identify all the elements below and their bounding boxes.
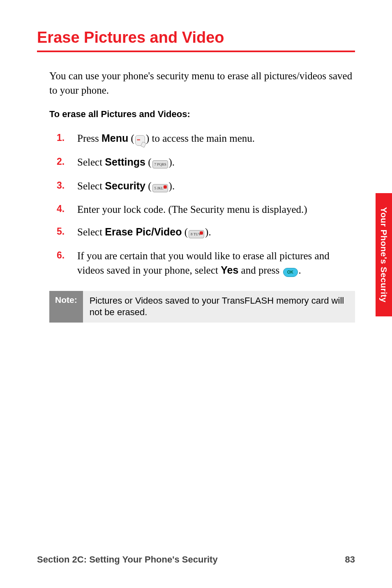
step-2-pre: Select — [77, 157, 105, 168]
step-3-pre: Select — [77, 180, 105, 191]
key-5-icon: 5 JKL — [152, 180, 168, 194]
footer-page-number: 83 — [345, 554, 355, 565]
step-1-bold: Menu — [101, 132, 128, 144]
step-2-close: ). — [169, 157, 175, 168]
step-6-bold: Yes — [221, 264, 238, 276]
step-2-open: ( — [145, 157, 152, 168]
note-box: Note: Pictures or Videos saved to your T… — [49, 291, 355, 323]
note-label: Note: — [49, 291, 83, 323]
step-6-end: . — [299, 265, 301, 276]
step-1-close: ) to access the main menu. — [146, 133, 255, 144]
step-6-mid: and press — [238, 265, 282, 276]
page-footer: Section 2C: Setting Your Phone's Securit… — [37, 554, 355, 565]
step-3-open: ( — [145, 180, 152, 191]
step-5-bold: Erase Pic/Video — [105, 226, 182, 238]
step-1-open: ( — [128, 133, 134, 144]
title-underline — [37, 51, 355, 52]
step-1-pre: Press — [77, 133, 101, 144]
step-3: Select Security (5 JKL). — [57, 179, 355, 194]
page-title: Erase Pictures and Video — [37, 29, 355, 46]
steps-list: Press Menu () to access the main menu. S… — [57, 131, 355, 279]
key-7-icon: 7 PQRS — [152, 156, 168, 171]
step-3-close: ). — [169, 180, 175, 191]
step-1: Press Menu () to access the main menu. — [57, 131, 355, 147]
menu-key-icon — [135, 132, 145, 147]
side-tab-label: Your Phone's Security — [379, 207, 389, 302]
footer-section: Section 2C: Setting Your Phone's Securit… — [37, 554, 218, 565]
step-5: Select Erase Pic/Video (8 TUV). — [57, 225, 355, 240]
step-5-pre: Select — [77, 226, 105, 238]
step-4-text: Enter your lock code. (The Security menu… — [77, 204, 307, 215]
key-8-icon: 8 TUV — [189, 226, 204, 240]
step-5-close: ). — [205, 226, 211, 238]
ok-key-icon: OK — [283, 264, 298, 279]
step-6: If you are certain that you would like t… — [57, 249, 355, 279]
intro-text: You can use your phone's security menu t… — [49, 69, 355, 97]
step-2: Select Settings (7 PQRS). — [57, 155, 355, 171]
step-3-bold: Security — [105, 180, 145, 191]
step-5-open: ( — [182, 226, 188, 238]
subheading: To erase all Pictures and Videos: — [49, 109, 355, 120]
step-2-bold: Settings — [105, 156, 145, 168]
note-text: Pictures or Videos saved to your TransFL… — [83, 291, 355, 323]
side-tab: Your Phone's Security — [376, 193, 392, 316]
step-4: Enter your lock code. (The Security menu… — [57, 202, 355, 217]
